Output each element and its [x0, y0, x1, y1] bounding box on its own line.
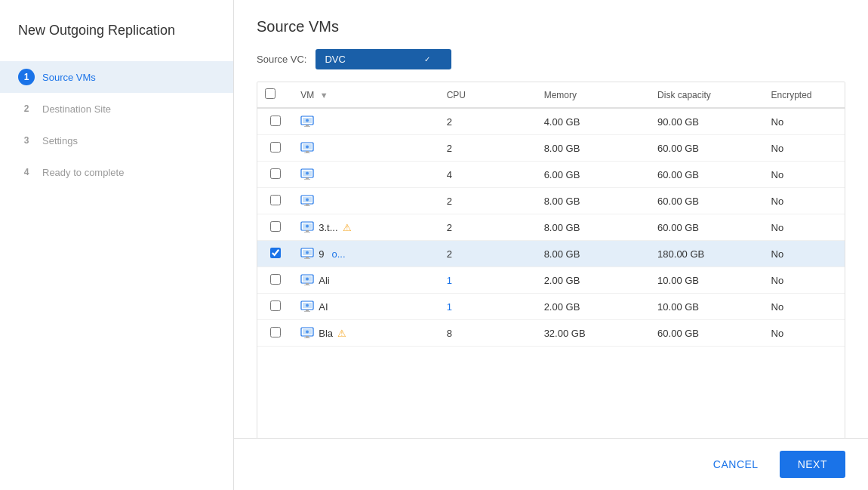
row-checkbox-cell [257, 214, 293, 241]
svg-point-19 [306, 199, 309, 202]
row-checkbox[interactable] [270, 116, 281, 126]
row-checkbox-cell [257, 241, 293, 267]
svg-rect-2 [306, 125, 309, 126]
memory-cell: 2.00 GB [537, 294, 650, 320]
svg-rect-42 [306, 336, 309, 337]
vm-cell [293, 162, 439, 188]
vm-name: 3.t... [319, 222, 337, 233]
cpu-link[interactable]: 1 [447, 301, 452, 313]
source-vc-row: Source VC: DVC ✓ [257, 49, 845, 69]
svg-rect-37 [306, 310, 309, 311]
table-row[interactable]: 9o...28.00 GB180.00 GBNo [257, 241, 845, 267]
step-1[interactable]: 1 Source VMs [0, 61, 233, 93]
row-checkbox-cell [257, 188, 293, 214]
cpu-cell[interactable]: 1 [439, 267, 537, 294]
memory-cell: 8.00 GB [537, 188, 650, 214]
warning-icon: ⚠ [343, 222, 352, 233]
warning-icon: ⚠ [337, 328, 346, 339]
svg-point-9 [306, 146, 309, 149]
table-row[interactable]: Bla⚠832.00 GB60.00 GBNo [257, 320, 845, 347]
svg-rect-18 [304, 205, 310, 206]
col-vm-label: VM [300, 90, 314, 100]
source-vc-dropdown[interactable]: DVC ✓ [315, 49, 451, 69]
table-container: VM ▼ CPU Memory Disk capacity Encrypted [257, 82, 845, 472]
row-checkbox[interactable] [270, 221, 281, 232]
step-2-number: 2 [18, 100, 35, 117]
col-checkbox[interactable] [257, 82, 293, 108]
cpu-cell: 2 [439, 214, 537, 241]
svg-rect-7 [306, 151, 309, 153]
table-row[interactable]: AI12.00 GB10.00 GBNo [257, 294, 845, 320]
table-row[interactable]: Ali12.00 GB10.00 GBNo [257, 267, 845, 294]
vm-cell [293, 188, 439, 214]
next-button[interactable]: NEXT [780, 451, 845, 478]
filter-icon[interactable]: ▼ [320, 91, 328, 100]
cancel-button[interactable]: CANCEL [701, 452, 771, 476]
encrypted-cell: No [764, 320, 845, 347]
memory-cell: 32.00 GB [537, 320, 650, 347]
vm-name: 9 [319, 248, 324, 260]
vm-cell: Ali [293, 267, 439, 294]
disk-cell: 60.00 GB [650, 188, 763, 214]
disk-cell: 60.00 GB [650, 162, 763, 188]
memory-cell: 6.00 GB [537, 162, 650, 188]
row-checkbox-cell [257, 267, 293, 294]
row-checkbox[interactable] [270, 274, 281, 285]
vm-name: AI [319, 301, 328, 313]
disk-cell: 10.00 GB [650, 267, 763, 294]
memory-cell: 2.00 GB [537, 267, 650, 294]
disk-cell: 60.00 GB [650, 135, 763, 162]
step-4-number: 4 [18, 164, 35, 180]
select-all-checkbox[interactable] [265, 88, 275, 99]
bottom-bar: CANCEL NEXT [234, 438, 868, 490]
vm-cell: Bla⚠ [293, 320, 439, 347]
row-checkbox-cell [257, 320, 293, 347]
sidebar: New Outgoing Replication 1 Source VMs 2 … [0, 0, 234, 490]
step-3[interactable]: 3 Settings [0, 125, 233, 156]
svg-rect-32 [306, 283, 309, 285]
step-4-label: Ready to complete [42, 167, 124, 178]
encrypted-cell: No [764, 108, 845, 135]
encrypted-cell: No [764, 188, 845, 214]
row-checkbox-cell [257, 162, 293, 188]
memory-cell: 8.00 GB [537, 241, 650, 267]
step-4[interactable]: 4 Ready to complete [0, 156, 233, 188]
table-row[interactable]: 24.00 GB90.00 GBNo [257, 108, 845, 135]
svg-rect-23 [304, 232, 310, 233]
row-checkbox[interactable] [270, 300, 281, 311]
svg-point-14 [306, 172, 309, 175]
row-checkbox[interactable] [270, 168, 281, 179]
row-checkbox[interactable] [270, 248, 281, 258]
page-title: Source VMs [257, 18, 845, 35]
svg-rect-13 [304, 179, 310, 180]
col-memory: Memory [537, 82, 650, 108]
row-checkbox[interactable] [270, 327, 281, 337]
step-1-number: 1 [18, 69, 35, 85]
cpu-cell: 2 [439, 108, 537, 135]
cpu-link[interactable]: 1 [447, 275, 452, 286]
row-checkbox[interactable] [270, 195, 281, 205]
table-row[interactable]: 28.00 GB60.00 GBNo [257, 188, 845, 214]
cpu-cell: 2 [439, 188, 537, 214]
vm-cell [293, 135, 439, 162]
vm-cell [293, 108, 439, 135]
col-vm[interactable]: VM ▼ [293, 82, 439, 108]
disk-cell: 180.00 GB [650, 241, 763, 267]
row-checkbox[interactable] [270, 142, 281, 153]
step-2[interactable]: 2 Destination Site [0, 93, 233, 125]
cpu-cell: 4 [439, 162, 537, 188]
table-row[interactable]: 28.00 GB60.00 GBNo [257, 135, 845, 162]
step-3-number: 3 [18, 132, 35, 149]
table-scroll[interactable]: VM ▼ CPU Memory Disk capacity Encrypted [257, 82, 845, 440]
svg-rect-27 [306, 257, 309, 258]
svg-rect-8 [304, 153, 310, 153]
svg-rect-43 [304, 337, 310, 338]
svg-rect-33 [304, 285, 310, 285]
svg-rect-28 [304, 258, 310, 259]
table-row[interactable]: 46.00 GB60.00 GBNo [257, 162, 845, 188]
encrypted-cell: No [764, 294, 845, 320]
vm-table: VM ▼ CPU Memory Disk capacity Encrypted [257, 82, 845, 347]
cpu-cell[interactable]: 1 [439, 294, 537, 320]
disk-cell: 90.00 GB [650, 108, 763, 135]
table-row[interactable]: 3.t...⚠28.00 GB60.00 GBNo [257, 214, 845, 241]
